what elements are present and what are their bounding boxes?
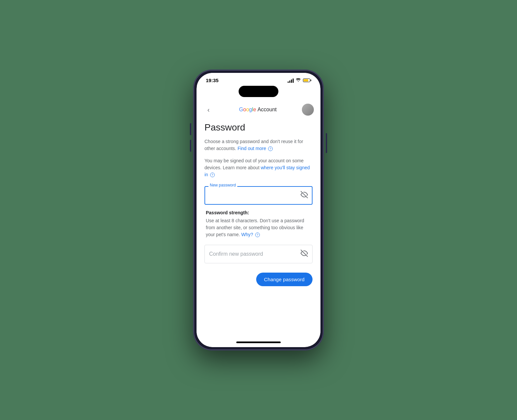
battery-icon xyxy=(303,79,311,82)
wifi-icon xyxy=(296,78,301,83)
description-1: Choose a strong password and don't reuse… xyxy=(204,138,313,152)
find-out-more-link[interactable]: Find out more ? xyxy=(238,146,273,151)
main-content: ‹ Google Account Password xyxy=(197,98,320,339)
signal-bar-2 xyxy=(289,80,290,83)
new-password-group: New password xyxy=(204,186,313,205)
dynamic-island xyxy=(239,86,278,97)
back-arrow-icon: ‹ xyxy=(207,106,210,114)
status-icons xyxy=(288,78,311,83)
battery-fill xyxy=(304,79,308,81)
strength-description: Use at least 8 characters. Don't use a p… xyxy=(206,217,311,238)
confirm-password-group: Confirm new password xyxy=(204,245,313,263)
power-button[interactable] xyxy=(326,133,327,153)
why-help-icon: ? xyxy=(255,233,260,237)
confirm-password-toggle-visibility-icon[interactable] xyxy=(301,250,308,259)
new-password-label: New password xyxy=(208,183,237,187)
find-out-more-help-icon: ? xyxy=(268,146,273,151)
google-account-logo: Google Account xyxy=(239,107,276,113)
confirm-password-input[interactable] xyxy=(204,245,313,263)
logo-e: e xyxy=(253,107,256,112)
back-button[interactable]: ‹ xyxy=(203,104,214,115)
volume-up-button[interactable] xyxy=(190,123,191,135)
signal-bar-1 xyxy=(288,81,289,83)
change-password-button-container: Change password xyxy=(204,273,313,286)
page-body: Password Choose a strong password and do… xyxy=(197,120,320,297)
home-indicator[interactable] xyxy=(236,341,281,343)
logo-o2: o xyxy=(246,107,249,112)
why-text: Why? xyxy=(241,232,253,237)
google-logo-text: Google xyxy=(239,107,256,113)
account-label: Account xyxy=(258,107,277,113)
phone-frame: 19:35 xyxy=(194,70,323,350)
page-title: Password xyxy=(204,122,313,133)
status-bar: 19:35 xyxy=(197,73,320,86)
volume-down-button[interactable] xyxy=(190,140,191,152)
password-strength-section: Password strength: Use at least 8 charac… xyxy=(204,210,313,238)
signal-bar-3 xyxy=(291,79,292,83)
description-2: You may be signed out of your account on… xyxy=(204,157,313,178)
find-out-more-text: Find out more xyxy=(238,146,266,151)
phone-screen: 19:35 xyxy=(197,73,320,347)
user-avatar[interactable] xyxy=(302,104,314,116)
signal-icon xyxy=(288,78,294,83)
strength-label: Password strength: xyxy=(206,210,311,215)
avatar-image xyxy=(302,104,314,116)
screen-content: 19:35 xyxy=(197,73,320,347)
stay-signed-help-icon: ? xyxy=(210,173,215,177)
change-password-button[interactable]: Change password xyxy=(256,273,313,286)
logo-g: G xyxy=(239,107,243,112)
battery-tip xyxy=(311,79,311,81)
battery-body xyxy=(303,79,310,82)
why-link[interactable]: Why? xyxy=(241,232,255,237)
logo-o1: o xyxy=(243,107,246,112)
status-time: 19:35 xyxy=(206,78,218,83)
app-header: ‹ Google Account xyxy=(197,98,320,120)
signal-bar-4 xyxy=(293,79,294,83)
new-password-toggle-visibility-icon[interactable] xyxy=(301,191,308,200)
new-password-input[interactable] xyxy=(204,186,313,205)
